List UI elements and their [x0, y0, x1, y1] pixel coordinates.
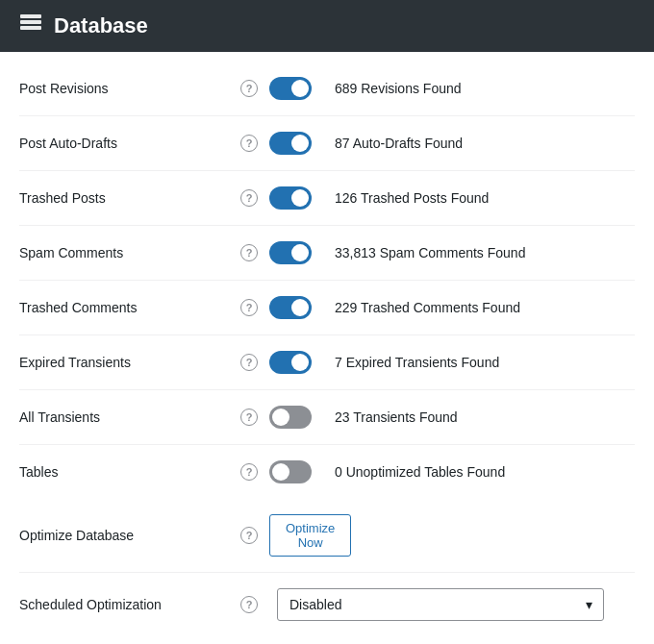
scheduled-control: DisabledDailyWeeklyMonthly [277, 588, 635, 621]
post-auto-drafts-label: Post Auto-Drafts [19, 136, 240, 151]
optimize-help[interactable]: ? [240, 527, 269, 544]
all-transients-toggle-wrapper[interactable] [269, 406, 327, 429]
post-revisions-label: Post Revisions [19, 81, 240, 96]
post-auto-drafts-toggle-wrapper[interactable] [269, 132, 327, 155]
trashed-comments-toggle[interactable] [269, 296, 312, 319]
tables-label: Tables [19, 464, 240, 480]
post-auto-drafts-status: 87 Auto-Drafts Found [335, 136, 635, 151]
trashed-comments-help[interactable]: ? [240, 299, 269, 316]
spam-comments-status: 33,813 Spam Comments Found [335, 245, 635, 260]
all-transients-status: 23 Transients Found [335, 409, 635, 425]
help-icon[interactable]: ? [240, 463, 258, 481]
tables-row: Tables ? 0 Unoptimized Tables Found [19, 445, 635, 499]
spam-comments-toggle[interactable] [269, 241, 312, 264]
spam-comments-toggle-wrapper[interactable] [269, 241, 327, 264]
post-revisions-status: 689 Revisions Found [335, 81, 635, 96]
trashed-posts-help[interactable]: ? [240, 189, 269, 207]
main-content: Post Revisions ? 689 Revisions Found Pos… [0, 52, 654, 644]
trashed-posts-toggle-wrapper[interactable] [269, 186, 327, 210]
trashed-comments-toggle-wrapper[interactable] [269, 296, 327, 319]
post-revisions-help[interactable]: ? [240, 80, 269, 97]
svg-rect-0 [20, 14, 41, 18]
trashed-comments-row: Trashed Comments ? 229 Trashed Comments … [19, 281, 635, 335]
expired-transients-status: 7 Expired Transients Found [335, 355, 635, 370]
trashed-posts-row: Trashed Posts ? 126 Trashed Posts Found [19, 171, 635, 226]
help-icon[interactable]: ? [240, 354, 258, 371]
all-transients-label: All Transients [19, 409, 240, 425]
optimize-database-row: Optimize Database ? Optimize Now [19, 499, 635, 573]
scheduled-select[interactable]: DisabledDailyWeeklyMonthly [277, 588, 604, 621]
post-revisions-toggle-wrapper[interactable] [269, 77, 327, 100]
optimize-label: Optimize Database [19, 528, 240, 543]
trashed-posts-label: Trashed Posts [19, 190, 240, 206]
trashed-posts-toggle[interactable] [269, 186, 312, 210]
help-icon[interactable]: ? [240, 299, 258, 316]
spam-comments-label: Spam Comments [19, 245, 240, 260]
spam-comments-help[interactable]: ? [240, 244, 269, 261]
all-transients-help[interactable]: ? [240, 409, 269, 426]
tables-help[interactable]: ? [240, 463, 269, 481]
tables-toggle-wrapper[interactable] [269, 460, 327, 483]
expired-transients-row: Expired Transients ? 7 Expired Transient… [19, 335, 635, 390]
spam-comments-row: Spam Comments ? 33,813 Spam Comments Fou… [19, 226, 635, 281]
expired-transients-help[interactable]: ? [240, 354, 269, 371]
expired-transients-toggle-wrapper[interactable] [269, 351, 327, 374]
help-icon[interactable]: ? [240, 80, 258, 97]
scheduled-help[interactable]: ? [240, 596, 269, 613]
help-icon[interactable]: ? [240, 527, 258, 544]
page-header: Database [0, 0, 654, 52]
all-transients-row: All Transients ? 23 Transients Found [19, 390, 635, 445]
scheduled-select-wrapper: DisabledDailyWeeklyMonthly [277, 588, 604, 621]
expired-transients-toggle[interactable] [269, 351, 312, 374]
post-revisions-row: Post Revisions ? 689 Revisions Found [19, 62, 635, 116]
scheduled-label: Scheduled Optimization [19, 597, 240, 612]
optimize-control: Optimize Now [269, 514, 351, 557]
all-transients-toggle[interactable] [269, 406, 312, 429]
help-icon[interactable]: ? [240, 189, 258, 207]
trashed-comments-label: Trashed Comments [19, 300, 240, 315]
help-icon[interactable]: ? [240, 244, 258, 261]
post-auto-drafts-toggle[interactable] [269, 132, 312, 155]
trashed-comments-status: 229 Trashed Comments Found [335, 300, 635, 315]
optimize-now-button[interactable]: Optimize Now [269, 514, 351, 557]
page-title: Database [54, 13, 148, 38]
database-icon [19, 13, 42, 38]
help-icon[interactable]: ? [240, 409, 258, 426]
expired-transients-label: Expired Transients [19, 355, 240, 370]
post-auto-drafts-row: Post Auto-Drafts ? 87 Auto-Drafts Found [19, 116, 635, 171]
help-icon[interactable]: ? [240, 596, 258, 613]
post-revisions-toggle[interactable] [269, 77, 312, 100]
help-icon[interactable]: ? [240, 135, 258, 152]
svg-rect-1 [20, 20, 41, 24]
svg-rect-2 [20, 26, 41, 30]
tables-toggle[interactable] [269, 460, 312, 483]
tables-status: 0 Unoptimized Tables Found [335, 464, 635, 480]
trashed-posts-status: 126 Trashed Posts Found [335, 190, 635, 206]
scheduled-optimization-row: Scheduled Optimization ? DisabledDailyWe… [19, 573, 635, 636]
post-auto-drafts-help[interactable]: ? [240, 135, 269, 152]
